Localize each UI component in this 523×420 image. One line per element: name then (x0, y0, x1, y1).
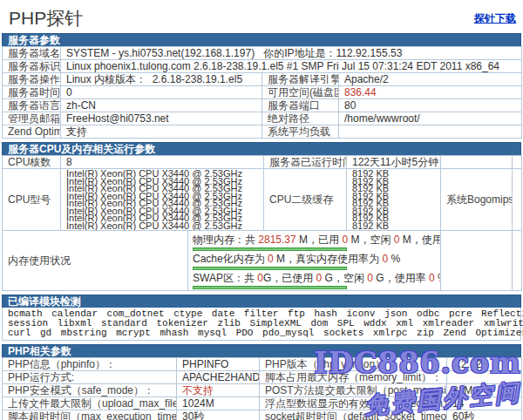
row-value (447, 371, 522, 384)
table-row: 服务器域名/IP地址SYSTEM - ys.hi0753.net(192.168… (3, 47, 522, 60)
section-server-params: 服务器参数 服务器域名/IP地址SYSTEM - ys.hi0753.net(1… (0, 33, 523, 139)
row-value: 0 (61, 86, 262, 99)
row-label: 脚本超时时间（max_execution_time）： (3, 410, 177, 420)
section-php-params: PHP相关参数 PHP信息（phpinfo）：PHPINFOPHP版本（php_… (0, 344, 523, 420)
row-value (339, 125, 522, 139)
row-label: 服务器端口 (262, 99, 339, 112)
row-label: 可用空间(磁盘区) (262, 86, 339, 99)
row-value: 122天11小时5分钟 (347, 156, 441, 169)
row-label: 服务器操作系统 (3, 73, 61, 86)
row-value: 5.2.12 (447, 358, 522, 371)
empty-cell (513, 156, 522, 169)
table-row: CPU核数8服务器已运行时间122天11小时5分钟 (3, 156, 522, 169)
section-cpu-memory: 服务器CPU及内存相关运行参数 CPU核数8服务器已运行时间122天11小时5分… (0, 142, 523, 291)
row-value: 不支持 (177, 384, 260, 397)
row-label: 服务器时间 (3, 86, 61, 99)
row-label: 绝对路径 (262, 112, 339, 125)
row-value: 14 (447, 397, 522, 410)
memory-table-body: 内存使用状况物理内存：共 2815.37 M，已用 0 M，空闲 0 M，使用率… (3, 231, 522, 291)
memory-usage-bar (193, 286, 347, 289)
server-table-body: 服务器域名/IP地址SYSTEM - ys.hi0753.net(192.168… (3, 47, 522, 139)
row-value: APACHE2HANDLER (177, 371, 260, 384)
phpinfo-link[interactable]: PHPINFO (177, 358, 260, 371)
row-label: PHP运行方式: (3, 371, 177, 384)
row-label: 服务器解译引擎 (262, 73, 339, 86)
row-label: PHP信息（phpinfo）： (3, 358, 177, 371)
table-row: 脚本超时时间（max_execution_time）：30秒socket超时时间… (3, 410, 522, 420)
memory-usage-text: SWAP区：共 0G，已使用 0 G，空闲 0 G，使用率 0 % (193, 273, 440, 284)
row-label: POST方法提交最大限制（post_max_size）： (260, 384, 447, 397)
section-header-cpu-memory: 服务器CPU及内存相关运行参数 (2, 142, 521, 155)
modules-list: bcmath calendar com_dotnet ctype date fi… (2, 308, 521, 341)
row-label: 浮点型数据显示的有效位数（precision）： (260, 397, 447, 410)
row-value: 支持 (61, 125, 262, 139)
row-value: zh-CN (61, 99, 262, 112)
memory-usage-cell: 物理内存：共 2815.37 M，已用 0 M，空闲 0 M，使用率 0Cach… (188, 231, 441, 291)
row-label: 服务器语言 (3, 99, 61, 112)
server-table: 服务器域名/IP地址SYSTEM - ys.hi0753.net(192.168… (2, 46, 522, 139)
row-label: CPU型号 (3, 169, 61, 231)
row-value: 836.44 (339, 86, 522, 99)
cpu-model-list: Intel(R) Xeon(R) CPU X3440 @ 2.53GHzInte… (61, 169, 264, 231)
empty-cell (513, 231, 522, 291)
section-header-modules: 已编译模块检测 (2, 295, 521, 308)
row-value: 80 (339, 99, 522, 112)
section-header-server-params: 服务器参数 (2, 33, 521, 46)
table-row: CPU型号Intel(R) Xeon(R) CPU X3440 @ 2.53GH… (3, 169, 522, 231)
memory-usage-block: 物理内存：共 2815.37 M，已用 0 M，空闲 0 M，使用率 0 (193, 234, 440, 251)
php-table: PHP信息（phpinfo）：PHPINFOPHP版本（php_version）… (2, 357, 522, 420)
probe-download-link[interactable]: 探针下载 (474, 11, 516, 26)
row-label: 系统平均负载 (262, 125, 339, 139)
row-value: 1024M (177, 397, 260, 410)
table-row: Zend Optimizer支持系统平均负载 (3, 125, 522, 139)
table-row: 上传文件最大限制（upload_max_filesize）：1024M浮点型数据… (3, 397, 522, 410)
cpu-table-body: CPU核数8服务器已运行时间122天11小时5分钟CPU型号Intel(R) X… (3, 156, 522, 231)
row-label: 服务器域名/IP地址 (3, 47, 61, 60)
table-row: 管理员邮箱FreeHost@hi0753.net绝对路径/home/wwwroo… (3, 112, 522, 125)
memory-usage-bar (193, 267, 347, 270)
table-row: 服务器时间0可用空间(磁盘区)836.44 (3, 86, 522, 99)
row-value: /home/wwwroot/ (339, 112, 522, 125)
memory-usage-block: Cache化内存为 0 M，真实内存使用率为 0 % (193, 254, 440, 270)
row-value: Linux 内核版本： 2.6.18-238.19.1.el5 (61, 73, 262, 86)
memory-table: 内存使用状况物理内存：共 2815.37 M，已用 0 M，空闲 0 M，使用率… (2, 230, 522, 291)
row-value: 30秒 (177, 410, 260, 420)
table-row: PHP信息（phpinfo）：PHPINFOPHP版本（php_version）… (3, 358, 522, 371)
row-label: 脚本占用最大内存（memory_limit）： (260, 371, 447, 384)
row-value: Apache/2 (339, 73, 522, 86)
page-title: PHP探针 (0, 0, 83, 30)
table-row: 服务器操作系统Linux 内核版本： 2.6.18-238.19.1.el5服务… (3, 73, 522, 86)
modules-line: curl gd mbstring mcrypt mhash mysql PDO … (8, 329, 515, 338)
memory-usage-bar (193, 247, 347, 251)
table-row: PHP安全模式（safe_mode）：不支持POST方法提交最大限制（post_… (3, 384, 522, 397)
row-label: PHP安全模式（safe_mode）： (3, 384, 177, 397)
row-label: socket超时时间（default_socket_timeout）： (260, 410, 447, 420)
memory-usage-text: Cache化内存为 0 M，真实内存使用率为 0 % (193, 254, 440, 265)
section-header-php-params: PHP相关参数 (2, 344, 521, 357)
row-value: SYSTEM - ys.hi0753.net(192.168.1.197) 你的… (61, 47, 522, 60)
row-label: 系统Bogomips (441, 169, 513, 231)
row-value: 32M (447, 384, 522, 397)
table-row: 服务器标识Linux phoenix1.tulong.com 2.6.18-23… (3, 60, 522, 73)
row-value (513, 169, 522, 231)
table-row: 内存使用状况物理内存：共 2815.37 M，已用 0 M，空闲 0 M，使用率… (3, 231, 522, 291)
cpu-l2cache-list: 8192 KB8192 KB8192 KB8192 KB8192 KB8192 … (347, 169, 441, 231)
row-label: Zend Optimizer (3, 125, 61, 139)
table-row: PHP运行方式:APACHE2HANDLER脚本占用最大内存（memory_li… (3, 371, 522, 384)
table-row: 服务器语言zh-CN服务器端口80 (3, 99, 522, 112)
memory-usage-block: SWAP区：共 0G，已使用 0 G，空闲 0 G，使用率 0 % (193, 273, 440, 289)
cpu-table: CPU核数8服务器已运行时间122天11小时5分钟CPU型号Intel(R) X… (2, 155, 522, 231)
cpu-model-list: Intel(R) Xeon(R) CPU X3440 @ 2.53GHzInte… (66, 169, 262, 230)
cpu-l2cache-list: 8192 KB8192 KB8192 KB8192 KB8192 KB8192 … (352, 169, 438, 230)
row-value: FreeHost@hi0753.net (61, 112, 262, 125)
memory-usage-text: 物理内存：共 2815.37 M，已用 0 M，空闲 0 M，使用率 0 (193, 234, 440, 246)
php-table-body: PHP信息（phpinfo）：PHPINFOPHP版本（php_version）… (3, 358, 522, 420)
row-label: 上传文件最大限制（upload_max_filesize）： (3, 397, 177, 410)
row-label: PHP版本（php_version）： (260, 358, 447, 371)
row-value: Linux phoenix1.tulong.com 2.6.18-238.19.… (61, 60, 522, 73)
row-label: 内存使用状况 (3, 231, 188, 291)
section-modules: 已编译模块检测 bcmath calendar com_dotnet ctype… (0, 295, 523, 341)
empty-cell (441, 231, 513, 291)
row-label: 服务器标识 (3, 60, 61, 73)
row-label: 管理员邮箱 (3, 112, 61, 125)
